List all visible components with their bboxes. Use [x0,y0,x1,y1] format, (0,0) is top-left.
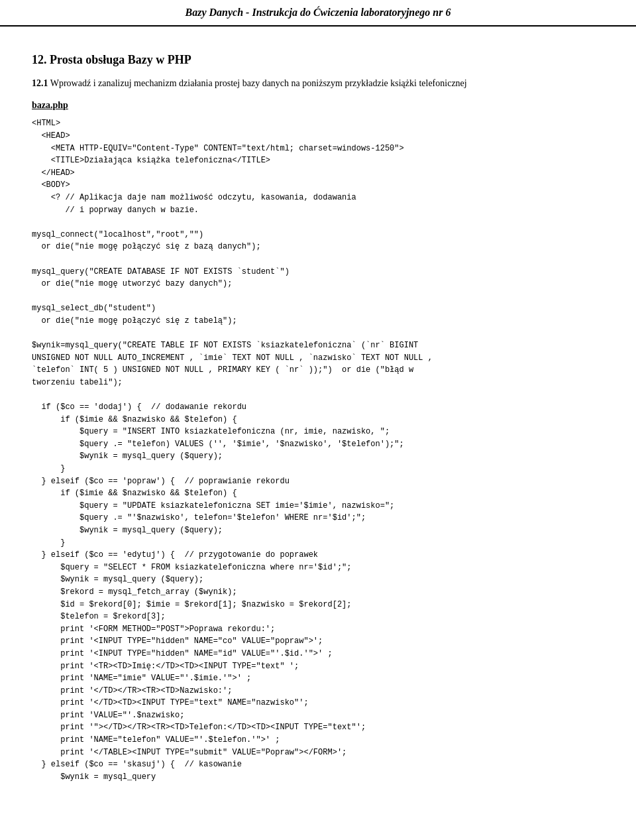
subsection-intro: 12.1 Wprowadź i zanalizuj mechanizm dzia… [32,76,604,91]
page-content: 12. Prosta obsługa Bazy w PHP 12.1 Wprow… [0,27,636,804]
header-title: Bazy Danych - Instrukcja do Ćwiczenia la… [186,7,451,18]
file-label: baza.php [32,100,604,111]
page-header: Bazy Danych - Instrukcja do Ćwiczenia la… [0,0,636,27]
code-block: <HTML> <HEAD> <META HTTP-EQUIV="Content-… [32,117,604,783]
section-title: 12. Prosta obsługa Bazy w PHP [32,53,604,67]
code-area: <HTML> <HEAD> <META HTTP-EQUIV="Content-… [32,117,604,783]
